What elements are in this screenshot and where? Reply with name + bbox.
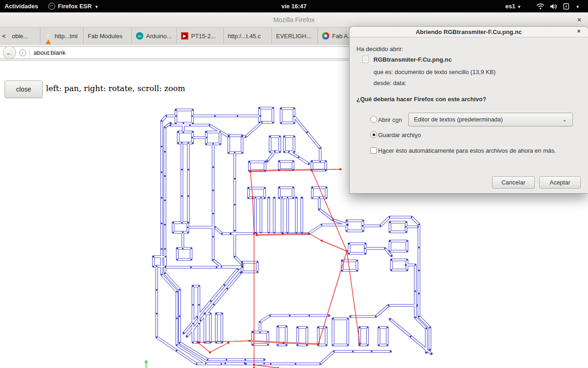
dropdown-value: Editor de textos (predeterminada) xyxy=(414,116,503,123)
tab-http-tml[interactable]: http...tml xyxy=(40,28,84,44)
tab-everlight[interactable]: EVERLIGH... xyxy=(272,28,318,44)
tab-fab-modules[interactable]: Fab Modules xyxy=(84,28,132,44)
dialog-question: ¿Qué debería hacer Firefox con este arch… xyxy=(356,96,486,103)
viewer-hint-text: left: pan, right: rotate, scroll: zoom xyxy=(46,84,185,93)
warning-icon xyxy=(45,33,52,44)
open-with-dropdown[interactable]: Editor de textos (predeterminada) ⌄ xyxy=(408,113,573,126)
tab-scroll-left-button[interactable]: < xyxy=(0,28,8,44)
window-title: Mozilla Firefox xyxy=(0,16,588,23)
wifi-icon xyxy=(537,3,544,10)
window-title-bar[interactable]: Mozilla Firefox × xyxy=(0,12,588,28)
gnome-top-bar: Actividades Firefox ESR ▼ vie 16:47 es1 … xyxy=(0,0,588,12)
system-status-area[interactable]: ▼ xyxy=(537,0,580,12)
activities-label: Actividades xyxy=(5,3,38,10)
chevron-down-icon: ▼ xyxy=(95,5,99,9)
accept-button[interactable]: Aceptar xyxy=(539,176,581,189)
do-automatically-checkbox[interactable] xyxy=(370,147,377,154)
tab-http-45c[interactable]: http:/...t.45.c xyxy=(224,28,272,44)
chevron-down-icon: ▼ xyxy=(517,5,521,9)
red-doc-icon: ▶ xyxy=(181,32,188,40)
volume-icon xyxy=(550,3,558,10)
chevron-down-icon: ▼ xyxy=(576,5,580,9)
file-type-line: que es: documento de texto sencillo (13,… xyxy=(373,69,496,75)
battery-icon xyxy=(563,3,570,10)
cancel-button[interactable]: Cancelar xyxy=(492,176,535,189)
app-menu-label: Firefox ESR xyxy=(58,3,92,10)
app-menu-button[interactable]: Firefox ESR ▼ xyxy=(48,0,99,12)
arduino-icon: ∞ xyxy=(136,32,143,40)
do-automatically-label[interactable]: Hacer ésto automáticamente para estos ar… xyxy=(378,147,556,154)
keyboard-layout-label: es1 xyxy=(505,3,515,10)
activities-button[interactable]: Actividades xyxy=(5,0,38,12)
page-info-icon[interactable]: i xyxy=(19,49,26,56)
file-from-line: desde: data: xyxy=(373,80,407,86)
open-with-radio[interactable] xyxy=(370,116,377,123)
dialog-title: Abriendo RGBtransmiter-F.Cu.png.nc xyxy=(350,27,588,37)
tab-arduino[interactable]: ∞ Arduino... xyxy=(132,28,177,44)
download-dialog: Abriendo RGBtransmiter-F.Cu.png.nc × Ha … xyxy=(349,26,588,194)
url-separator xyxy=(29,49,30,57)
back-button[interactable]: ← xyxy=(3,46,16,59)
clock-label: vie 16:47 xyxy=(282,3,307,10)
save-file-label[interactable]: Guardar archivo xyxy=(378,132,421,138)
dialog-close-button[interactable]: × xyxy=(575,28,582,35)
window-close-button[interactable]: × xyxy=(575,16,583,24)
open-with-label[interactable]: Abrir con xyxy=(378,116,402,123)
keyboard-layout-indicator[interactable]: es1 ▼ xyxy=(505,0,521,12)
file-icon xyxy=(362,56,368,63)
save-file-radio[interactable] xyxy=(370,131,377,138)
url-text: about:blank xyxy=(34,49,66,56)
decided-line: Ha decidido abrir: xyxy=(356,46,403,52)
tab-pt15[interactable]: ▶ PT15-2... xyxy=(177,28,224,44)
close-button[interactable]: close xyxy=(5,80,43,98)
tab-oble[interactable]: oble... xyxy=(8,28,40,44)
dialog-filename: RGBtransmiter-F.Cu.png.nc xyxy=(373,56,452,63)
fab-academy-icon xyxy=(322,32,329,40)
firefox-icon xyxy=(48,3,55,10)
chevron-down-icon: ⌄ xyxy=(562,113,567,126)
